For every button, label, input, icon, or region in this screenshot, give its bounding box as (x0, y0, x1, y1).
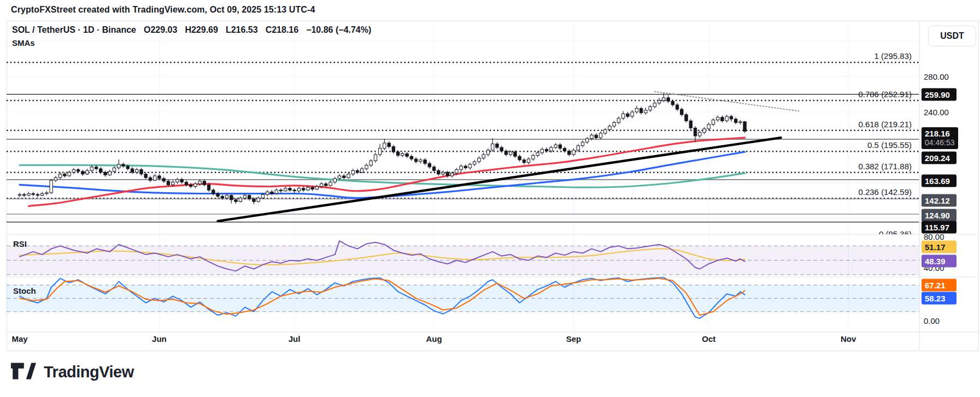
symbol-title-row[interactable]: SOL / TetherUS · 1D · BinanceO229.03H229… (12, 25, 379, 35)
main-pane (18, 92, 799, 221)
ohlc-close: C218.16 (266, 25, 299, 34)
indicator-axis-badge: 67.21 (922, 279, 956, 292)
price-axis-label: 0.00 (924, 316, 940, 325)
smas-indicator-label[interactable]: SMAs (12, 38, 35, 48)
indicator-axis-badge: 58.23 (922, 292, 956, 305)
stoch-indicator-label[interactable]: Stoch (13, 286, 36, 295)
price-axis-badge: 124.90 (922, 209, 956, 222)
time-axis-label: Jun (152, 334, 167, 343)
time-axis-label: Nov (841, 334, 856, 343)
tradingview-logo-icon (11, 363, 36, 382)
symbol-description: SOL / TetherUS · 1D · Binance (12, 25, 136, 34)
indicator-axis-badge: 48.39 (922, 255, 956, 268)
price-axis-badge: 209.24 (922, 152, 956, 164)
price-axis-badge: 115.97 (922, 221, 956, 234)
ohlc-change: −10.86 (−4.74%) (306, 25, 371, 34)
time-axis-label: May (11, 334, 27, 343)
price-axis-badge: 142.12 (922, 194, 956, 207)
page: CryptoFXStreet created with TradingView.… (0, 0, 980, 397)
chart-canvas[interactable] (0, 0, 980, 397)
ohlc-low: L216.53 (226, 25, 258, 34)
price-axis-badge: 218.1604:46:53 (922, 127, 958, 149)
price-series (18, 92, 746, 204)
indicator-axis-badge: 51.17 (922, 241, 956, 253)
ohlc-open: O229.03 (144, 25, 177, 34)
time-axis-label: Oct (702, 334, 715, 343)
time-axis-label: Jul (289, 334, 301, 343)
price-axis-badge: 259.90 (922, 88, 956, 101)
currency-toggle-button[interactable]: USDT (928, 26, 976, 46)
tradingview-logo[interactable]: TradingView (11, 363, 134, 382)
tradingview-logo-text: TradingView (44, 363, 134, 381)
price-axis-label: 240.00 (924, 108, 949, 117)
rsi-indicator-label[interactable]: RSI (13, 239, 27, 248)
countdown-timer: 04:46:53 (925, 138, 955, 147)
price-axis-badge: 163.69 (922, 175, 956, 187)
time-axis-label: Aug (426, 334, 442, 343)
ohlc-high: H229.69 (185, 25, 218, 34)
time-axis-label: Sep (566, 334, 582, 343)
price-axis-label: 280.00 (924, 72, 949, 81)
